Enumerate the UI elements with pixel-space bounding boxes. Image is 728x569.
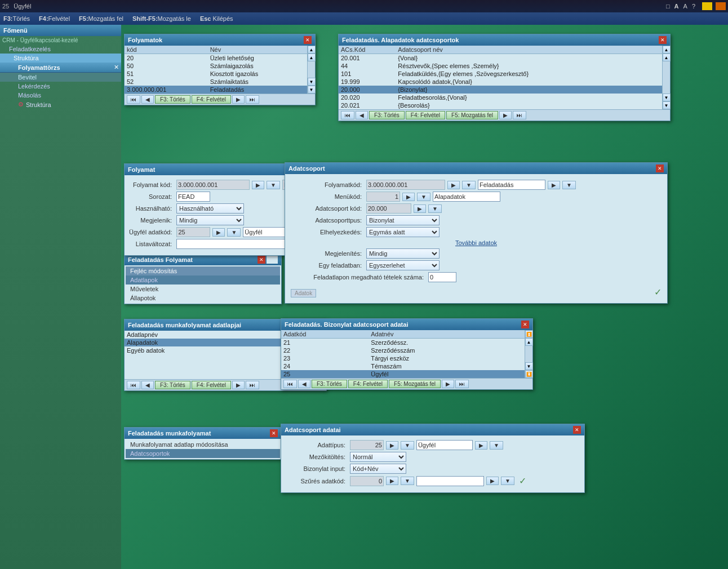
feladatadas-munkafolyamat-close[interactable]: ✕ [270, 429, 278, 437]
nav-last[interactable]: ⏭ [513, 111, 526, 119]
folyamatkod-nav-down[interactable]: ▼ [462, 181, 476, 189]
table-row[interactable]: 21Szerződéssz. [281, 339, 525, 347]
nav-add[interactable]: F4: Felvétel [406, 111, 445, 119]
scroll-down2[interactable]: ▼ [663, 94, 671, 101]
folyamatkod-input[interactable] [366, 180, 445, 190]
nav-delete[interactable]: F3: Törlés [312, 380, 347, 388]
scroll-up2[interactable]: ▲ [308, 54, 316, 61]
sidebar-item-feladatkezeles[interactable]: Feladatkezelés [0, 45, 121, 54]
menu-f3[interactable]: F3:Törlés [3, 15, 30, 22]
table-row[interactable]: 20.021{Besorolás} [339, 101, 662, 109]
table-row-selected[interactable]: 25Ügyfél [281, 370, 525, 378]
table-row[interactable]: 50Számlaigazolás [125, 62, 307, 70]
ugyfel-adatkod-nav-down[interactable]: ▼ [227, 228, 241, 237]
nav-delete[interactable]: F3: Törlés [155, 95, 190, 104]
win-font-a-small[interactable]: A [683, 3, 687, 10]
folyamatkod-nav-right[interactable]: ▶ [447, 181, 460, 189]
nav-add[interactable]: F4: Felvétel [348, 380, 388, 388]
adatcsoport-adatai-close[interactable]: ✕ [573, 426, 581, 434]
megjelenes-select[interactable]: Mindig [366, 248, 440, 259]
scroll-down[interactable]: ▼ [663, 101, 671, 109]
munkafolyamat-item2[interactable]: Adatcsoportok [126, 449, 280, 458]
nav-prev[interactable]: ◀ [141, 381, 154, 389]
feladatadas-folyamat-close[interactable]: ✕ [258, 256, 265, 264]
sorozat-input[interactable] [176, 192, 210, 202]
bizonylat-input-select[interactable]: Kód+Név [350, 464, 406, 474]
nav-delete[interactable]: F3: Törlés [369, 111, 405, 119]
sidebar-close-folyamattorzs[interactable]: ✕ [114, 64, 119, 71]
adattipus-nev-nav-down[interactable]: ▼ [490, 441, 503, 450]
win-minimize[interactable]: □ [666, 3, 670, 10]
feladatadas-alapadatok-close[interactable]: ✕ [659, 36, 667, 44]
egy-feladatban-select[interactable]: Egyszerlehet [366, 260, 440, 270]
table-row[interactable]: 20.001{Vonal} [339, 54, 662, 63]
nav-add[interactable]: F4: Felvétel [192, 95, 231, 104]
sidebar-item-struktura[interactable]: Struktúra [0, 54, 121, 63]
table-row-selected[interactable]: 20.000{Bizonylat} [339, 86, 662, 94]
szures-adatkod-nev-nav-right[interactable]: ▶ [486, 477, 499, 485]
nav-move-up[interactable]: F5: Mozgatás fel [446, 111, 498, 119]
nav-first[interactable]: ⏮ [283, 380, 297, 388]
megjelenik-select[interactable]: Mindig [176, 215, 244, 225]
folyamat-kod-nav-right[interactable]: ▶ [252, 181, 264, 189]
nav-delete[interactable]: F3: Törlés [155, 381, 190, 389]
folyamat-kod-nav-down[interactable]: ▼ [267, 181, 280, 189]
table-row[interactable]: 20Üzleti lehetőség [125, 54, 307, 63]
sidebar-item-struktura2[interactable]: ⚙ Struktúra [0, 100, 121, 109]
nav-next[interactable]: ▶ [232, 95, 245, 104]
scroll-down[interactable]: ▼ [308, 86, 316, 94]
menu-shift-f5[interactable]: Shift-F5:Mozgatás le [132, 15, 191, 22]
szures-adatkod-nav-down[interactable]: ▼ [401, 477, 414, 485]
adatlapok-item[interactable]: Adatlapok [126, 275, 280, 284]
table-row-selected[interactable]: 3.000.000.001Feladatadás [125, 86, 307, 94]
adattipus-nev-input[interactable] [416, 440, 473, 450]
bizonylat-scrollbar[interactable]: ⏫ ▲ ▼ ⏬ [525, 330, 532, 378]
win-help[interactable]: ? [692, 3, 695, 10]
menu-esc[interactable]: Esc Kilépés [200, 15, 233, 22]
sidebar-item-folyamattorzs[interactable]: Folyamattörzs ✕ [0, 63, 121, 73]
adatok-button[interactable]: Adatok [291, 289, 316, 297]
ugyfel-adatkod-input[interactable] [176, 227, 210, 237]
adattipus-nav-right[interactable]: ▶ [386, 441, 398, 450]
sidebar-item-bevitel[interactable]: Bevitel [0, 73, 121, 82]
nav-add[interactable]: F4: Felvétel [192, 381, 231, 389]
muveletek-item[interactable]: Műveletek [126, 284, 280, 294]
nav-move-up[interactable]: F5: Mozgatás fel [389, 380, 441, 388]
menu-f4[interactable]: F4:Felvétel [39, 15, 70, 22]
szures-adatkod-input[interactable] [350, 476, 384, 486]
adatcsoport-close[interactable]: ✕ [656, 165, 664, 172]
win-font-a-large[interactable]: A [674, 3, 679, 10]
table-row[interactable]: 20.020Feladatbesorolás,{Vonal} [339, 94, 662, 101]
scroll-up[interactable]: ▲ [663, 46, 671, 54]
elhelyezkedes-select[interactable]: Egymás alatt [366, 227, 440, 237]
menukod-nav-down[interactable]: ▼ [417, 193, 430, 201]
fejlec-modositas-item[interactable]: Fejléc módosítás [126, 266, 280, 275]
table-row[interactable]: 52Számlaiktatás [125, 78, 307, 86]
szures-adatkod-nev-nav-down[interactable]: ▼ [501, 477, 514, 485]
scroll-bottom[interactable]: ⏬ [525, 370, 533, 378]
adattipus-nav-down[interactable]: ▼ [401, 441, 414, 450]
feladatadas-bizonylat-close[interactable]: ✕ [521, 321, 529, 328]
folyamatkod-nev-nav[interactable]: ▶ [548, 181, 560, 189]
sidebar-item-crm[interactable]: CRM - Ügyfélkapcsolat-kezelé [0, 36, 121, 45]
nav-next[interactable]: ▶ [232, 381, 245, 389]
szures-adatkod-nav-right[interactable]: ▶ [386, 477, 398, 485]
nav-next[interactable]: ▶ [442, 380, 454, 388]
nav-last[interactable]: ⏭ [246, 381, 259, 389]
adatcsoport-tipus-select[interactable]: Bizonylat [366, 215, 440, 225]
munkafolyamat-item1[interactable]: Munkafolyamat adatlap módosítása [126, 440, 280, 449]
menu-f5[interactable]: F5:Mozgatás fel [79, 15, 123, 22]
scroll-up[interactable]: ▲ [308, 46, 316, 54]
table-row[interactable]: 23Tárgyi eszköz [281, 354, 525, 362]
table-row[interactable]: 51Kiosztott igazolás [125, 70, 307, 78]
menukod-nav-right[interactable]: ▶ [402, 193, 415, 201]
table-row[interactable]: 101Feladatküldés,{Egy elemes ,Szövegszer… [339, 70, 662, 78]
adatcsoport-kod-input[interactable] [366, 203, 411, 214]
nav-first[interactable]: ⏮ [127, 95, 140, 104]
folyamatok-close[interactable]: ✕ [304, 36, 312, 44]
scroll-up2[interactable]: ▲ [663, 54, 671, 61]
table-row[interactable]: 44Résztvevők,{Spec elemes ,Személy} [339, 62, 662, 70]
nav-last[interactable]: ⏭ [455, 380, 469, 388]
adatcsoport-kod-nav2[interactable]: ▼ [428, 205, 442, 213]
nav-prev[interactable]: ◀ [298, 380, 310, 388]
